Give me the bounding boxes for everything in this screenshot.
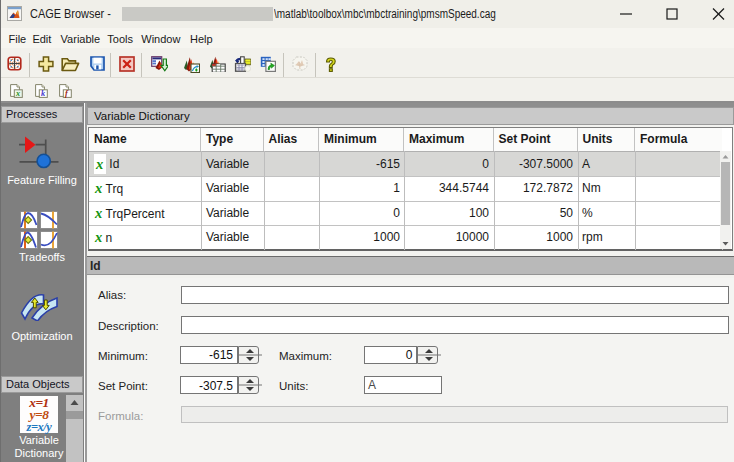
svg-text:x: x: [14, 89, 19, 98]
